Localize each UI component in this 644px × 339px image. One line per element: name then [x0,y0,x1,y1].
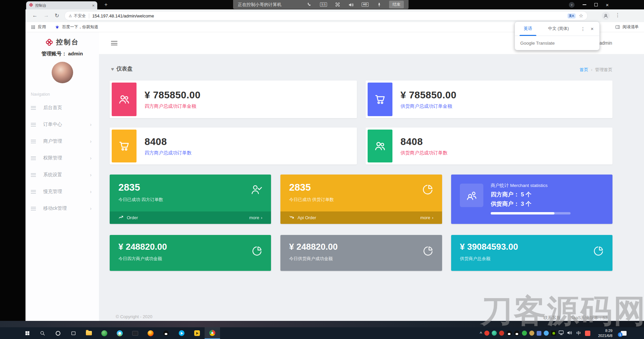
notification-center-icon[interactable]: 1 [621,331,627,336]
bookmark-star-icon[interactable]: ☆ [579,13,583,19]
tray-360-icon[interactable] [522,331,527,336]
sogou-icon[interactable] [585,331,590,336]
sidebar-item-recharge[interactable]: 慢充管理 › [25,183,99,200]
summary-label: 今日四方商户成功金额 [118,256,162,262]
ime-indicator[interactable]: 中 [576,330,581,336]
taskbar-search-icon[interactable] [35,327,50,339]
volume-icon[interactable] [348,2,354,7]
window-minimize-icon[interactable] [583,4,586,5]
action-card-footer[interactable]: Api Order more › [280,211,442,224]
reload-icon[interactable]: ↻ [55,12,59,19]
reading-list-button[interactable]: 阅读清单 [615,24,639,30]
user-avatar[interactable] [52,62,73,83]
hidden-icons-chevron[interactable]: ^ [480,331,482,336]
stat-value: ¥ 785850.00 [400,90,457,101]
tray-qq-icon[interactable] [506,331,512,336]
footer-label: Api Order [298,215,316,220]
sidebar-menu: 后台首页 订单中心 › 商户管理 › 权限管理 › 系统设置 › [25,99,99,217]
more-link[interactable]: more › [249,215,262,220]
sidebar-item-settings[interactable]: 系统设置 › [25,166,99,183]
cortana-icon[interactable] [50,327,66,339]
contact-service-link[interactable]: 联系客服 [543,315,561,321]
merchant-stats-card: 商户统计 Merchant statistics 四方商户： 5 个 供货商户：… [451,175,612,224]
tray-cloud-icon[interactable] [544,331,549,336]
heart-icon: ♥ [111,66,114,72]
action-card-label: 今日已成功 供货订单数 [289,197,334,203]
cart-icon [112,130,137,162]
summary-card-supplier-balance: ¥ 39084593.00 供货商户总余额 [451,235,612,271]
tencent-video-icon[interactable] [174,327,189,339]
phone-icon[interactable] [307,2,312,7]
fullscreen-icon[interactable] [335,2,340,7]
tray-app-red2-icon[interactable] [499,331,504,336]
sidebar-item-mobile-ck[interactable]: 移动ck管理 › [25,200,99,217]
browser-menu-icon[interactable]: ⋮ [615,12,620,18]
apps-shortcut[interactable]: 应用 [31,24,46,30]
volume-tray-icon[interactable] [567,330,572,337]
translate-tab-english[interactable]: 英语 [515,22,541,36]
breadcrumb: 首页 › 管理首页 [580,67,612,73]
new-tab-button[interactable]: + [102,1,110,8]
action-card-label: 今日已成功 四方订单数 [118,197,163,203]
taskbar-clock[interactable]: 8:29 2021/6/8 [598,328,612,338]
firefox-icon[interactable] [143,327,158,339]
window-close-icon[interactable]: × [606,2,609,7]
list-icon [31,190,36,194]
tray-gold-icon[interactable] [529,331,534,336]
list-icon [31,207,36,210]
sidebar-item-permissions[interactable]: 权限管理 › [25,150,99,166]
sidebar-item-orders[interactable]: 订单中心 › [25,116,99,133]
stat-card-sifang-amount: ¥ 785850.00 四方商户总成功订单金额 [110,81,357,118]
sidebar-item-merchants[interactable]: 商户管理 › [25,133,99,150]
translate-icon[interactable]: 文A [568,13,576,18]
browser-tab[interactable]: 控制台 × [26,1,97,9]
system-tray: ^ 中 8 [480,327,627,339]
chevron-right-icon: › [261,215,262,220]
hamburger-menu-icon[interactable] [111,41,117,45]
users-icon [112,83,137,116]
tray-app-red-icon[interactable] [484,331,489,336]
action-card-value: 2835 [118,182,140,193]
nvidia-icon[interactable] [551,331,556,336]
bookmark-baidu[interactable]: 百度一下，你就知道 [55,24,98,30]
knot-logo-icon [45,38,53,46]
tray-player-icon[interactable] [492,331,497,336]
translate-options-icon[interactable]: ⋮ [581,26,585,32]
terminal-icon[interactable] [127,327,143,339]
end-session-button[interactable]: 结束 [389,1,404,8]
hd-icon[interactable]: HD [362,2,369,7]
pin-icon[interactable] [377,2,382,7]
forward-icon[interactable]: → [44,12,49,18]
back-icon[interactable]: ← [32,12,38,18]
account-row: 管理账号： admin [25,51,99,57]
more-link[interactable]: more › [420,215,433,220]
taskbar-left [0,327,220,339]
browser-wheel-icon[interactable] [112,327,127,339]
action-card-footer[interactable]: Order more › [110,211,271,224]
merchant-progress-bar [491,212,571,214]
translate-tab-chinese[interactable]: 中文 (简体) [541,26,576,32]
ratio-1-1-icon[interactable]: 1:1 [320,2,327,7]
stat-label: 四方商户总成功订单数 [145,150,192,156]
url-text[interactable]: 154.197.48.141/admin/welcome [92,13,568,18]
header-username[interactable]: admin [599,40,612,46]
sidebar-item-home[interactable]: 后台首页 [25,99,99,116]
tab-search-icon[interactable]: ∨ [569,2,575,8]
chrome-icon-active[interactable] [205,327,220,339]
address-bar[interactable]: ⚠ 不安全 154.197.48.141/admin/welcome 文A ☆ [64,11,588,20]
task-view-icon[interactable] [66,327,81,339]
tab-close-icon[interactable]: × [92,3,95,8]
browser-360-icon[interactable] [97,327,112,339]
network-icon[interactable] [558,330,564,337]
window-maximize-icon[interactable] [594,3,598,6]
breadcrumb-home-link[interactable]: 首页 [580,67,588,73]
file-explorer-icon[interactable] [81,327,97,339]
cart-icon [368,83,392,116]
tray-blue-app-icon[interactable] [537,331,541,336]
browser-profile-avatar[interactable] [602,12,610,20]
qq-icon[interactable] [158,327,174,339]
potplayer-icon[interactable] [189,327,205,339]
tray-qq2-icon[interactable] [514,331,520,336]
start-button[interactable] [19,327,35,339]
translate-close-icon[interactable]: × [591,26,594,32]
